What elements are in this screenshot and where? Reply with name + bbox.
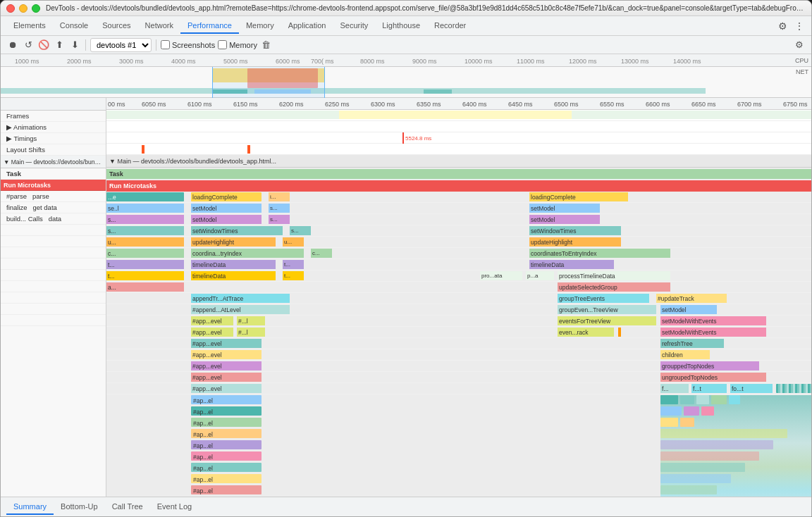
app-evel-3[interactable]: #app...evel: [191, 339, 262, 348]
settings-icon[interactable]: ⚙: [776, 20, 789, 32]
c-dot[interactable]: c...: [106, 249, 184, 258]
s-dot-3[interactable]: s...: [269, 215, 290, 224]
t-dot-2[interactable]: t...: [283, 260, 304, 269]
settings-perf-icon[interactable]: ⚙: [793, 39, 806, 51]
tab-application[interactable]: Application: [281, 18, 333, 34]
u-dot-2[interactable]: u...: [283, 237, 304, 247]
tab-recorder[interactable]: Recorder: [427, 18, 473, 34]
set-model-2[interactable]: setModel: [191, 204, 262, 213]
append-at-level[interactable]: #append...AtLevel: [191, 305, 290, 314]
close-button[interactable]: [6, 4, 15, 13]
set-model-1[interactable]: se..l: [106, 204, 184, 213]
app-evel-7[interactable]: #app...evel: [191, 384, 262, 393]
app-evel-4[interactable]: #app...evel: [191, 350, 262, 359]
loading-complete-1[interactable]: loadingComplete: [191, 192, 262, 201]
cpu-label: CPU: [795, 57, 808, 64]
update-highlight[interactable]: updateHighlight: [191, 237, 276, 247]
app-evel-6[interactable]: #app...evel: [191, 373, 262, 382]
t-dot-4[interactable]: t...: [283, 271, 304, 280]
tab-security[interactable]: Security: [333, 18, 375, 34]
append-tr-at-trace[interactable]: appendTr...AtTrace: [191, 294, 290, 303]
setmodel-4[interactable]: setModel: [191, 215, 262, 224]
set-window-times[interactable]: setWindowTimes: [191, 226, 283, 235]
group-tree-events[interactable]: groupTreeEvents: [558, 294, 649, 303]
update-selected-group[interactable]: updateSelectedGroup: [558, 282, 670, 292]
cpu-chart: [1, 67, 811, 98]
timeline-data-3[interactable]: timelineData: [191, 271, 276, 280]
t-dot-3[interactable]: t...: [106, 271, 184, 280]
loading-i[interactable]: i...: [269, 192, 290, 201]
divider: [85, 39, 86, 51]
children[interactable]: children: [660, 350, 710, 359]
refresh-tree[interactable]: refreshTree: [660, 339, 724, 348]
process-timeline-data[interactable]: processTimelineData: [558, 271, 670, 280]
tab-lighthouse[interactable]: Lighthouse: [375, 18, 427, 34]
set-model-3[interactable]: setModel: [529, 204, 600, 213]
even-rack[interactable]: even...rack: [558, 328, 614, 337]
set-model-11[interactable]: setModel: [660, 305, 717, 314]
fo-dot-t[interactable]: fo...t: [730, 384, 773, 393]
f-dot-t[interactable]: f...t: [691, 384, 727, 393]
ungrouped-top-nodes[interactable]: ungroupedTopNodes: [660, 373, 766, 382]
tab-summary[interactable]: Summary: [6, 499, 54, 515]
memory-checkbox[interactable]: [218, 40, 227, 49]
s-dot-5[interactable]: s...: [290, 226, 311, 235]
parse-block[interactable]: ...e: [106, 192, 184, 201]
tab-network[interactable]: Network: [138, 18, 180, 34]
more-tools-icon[interactable]: ⋮: [793, 20, 806, 32]
tab-memory[interactable]: Memory: [239, 18, 281, 34]
timeline-data[interactable]: timelineData: [191, 260, 276, 269]
group-even-tree-view[interactable]: groupEven...TreeView: [558, 305, 656, 314]
coordina-entry[interactable]: coordina...tryIndex: [191, 249, 304, 258]
run-microtasks-bar[interactable]: Run Microtasks: [106, 180, 811, 192]
upload-button[interactable]: ⬆: [53, 39, 66, 51]
tab-elements[interactable]: Elements: [6, 18, 53, 34]
pro-ata[interactable]: pro...ata: [480, 271, 522, 280]
coordinates-entry-2[interactable]: coordinatesToEntryIndex: [529, 249, 670, 258]
update-track[interactable]: #updateTrack: [656, 294, 727, 303]
groupped-top-nodes[interactable]: grouppedTopNodes: [660, 361, 759, 370]
s-dot[interactable]: s...: [269, 204, 290, 213]
s-dot-4[interactable]: s...: [106, 226, 184, 235]
loading-complete-2[interactable]: loadingComplete: [529, 192, 628, 201]
app-evel-1[interactable]: #app...evel: [191, 316, 233, 325]
hash-l-2[interactable]: #...l: [237, 328, 265, 337]
a-dot[interactable]: a...: [106, 282, 184, 292]
update-highlight-2[interactable]: updateHighlight: [529, 237, 621, 247]
u-dot[interactable]: u...: [106, 237, 184, 247]
tab-call-tree[interactable]: Call Tree: [105, 499, 150, 515]
timeline-data-2[interactable]: timelineData: [529, 260, 614, 269]
animations-label[interactable]: ▶ Animations: [1, 122, 106, 133]
p-a[interactable]: p...a: [526, 271, 554, 280]
set-model-with-events-2[interactable]: setModelWithEvents: [660, 328, 766, 337]
tab-sources[interactable]: Sources: [95, 18, 137, 34]
s-dot-2[interactable]: s...: [106, 215, 184, 224]
row-label-6: [1, 247, 106, 258]
task-bar[interactable]: Task: [106, 169, 811, 179]
timings-label[interactable]: ▶ Timings: [1, 133, 106, 144]
app-evel-5[interactable]: #app...evel: [191, 361, 262, 370]
tab-bottom-up[interactable]: Bottom-Up: [54, 499, 105, 515]
events-for-tree-view[interactable]: eventsForTreeView: [558, 316, 656, 325]
reload-button[interactable]: ↺: [22, 39, 35, 51]
record-button[interactable]: ⏺: [6, 39, 19, 51]
app-evel-2[interactable]: #app...evel: [191, 328, 233, 337]
tab-event-log[interactable]: Event Log: [150, 499, 199, 515]
tab-console[interactable]: Console: [53, 18, 95, 34]
maximize-button[interactable]: [32, 4, 40, 13]
tab-performance[interactable]: Performance: [180, 18, 239, 34]
clear-button[interactable]: 🚫: [37, 39, 50, 51]
minimize-button[interactable]: [19, 4, 27, 13]
screenshots-checkbox[interactable]: [161, 40, 170, 49]
target-select[interactable]: devtools #1: [90, 38, 152, 52]
set-window-times-2[interactable]: setWindowTimes: [529, 226, 621, 235]
tick-9000: 9000 ms: [412, 58, 437, 65]
set-model-5[interactable]: setModel: [529, 215, 600, 224]
trash-icon[interactable]: 🗑: [260, 39, 273, 51]
t-dot[interactable]: t...: [106, 260, 184, 269]
hash-l-1[interactable]: #...l: [237, 316, 265, 325]
download-button[interactable]: ⬇: [68, 39, 81, 51]
set-model-with-events[interactable]: setModelWithEvents: [660, 316, 766, 325]
c-dot-2[interactable]: c...: [311, 249, 332, 258]
f-dot[interactable]: f...: [660, 384, 689, 393]
